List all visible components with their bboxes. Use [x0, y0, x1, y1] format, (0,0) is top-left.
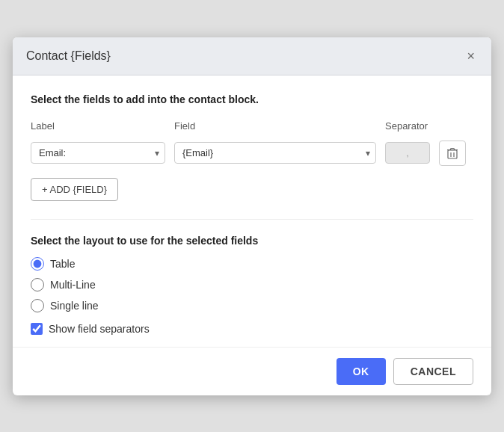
layout-option-table[interactable]: Table	[31, 257, 473, 271]
separator-input[interactable]	[385, 142, 430, 164]
layout-radio-table[interactable]	[31, 257, 44, 271]
ok-button[interactable]: OK	[336, 358, 386, 385]
layout-section-title: Select the layout to use for the selecte…	[31, 235, 473, 247]
add-field-button[interactable]: + ADD {FIELD}	[31, 178, 118, 201]
layout-option-table-label: Table	[50, 258, 75, 270]
trash-icon	[447, 147, 458, 159]
layout-radio-singleline[interactable]	[31, 299, 44, 312]
close-button[interactable]: ×	[464, 48, 478, 64]
field-row: Email: ▾ {Email} ▾	[31, 141, 473, 166]
show-separators-checkbox[interactable]	[31, 323, 43, 335]
svg-rect-0	[448, 150, 457, 158]
show-separators-checkbox-label[interactable]: Show field separators	[31, 323, 473, 335]
field-column-header: Field	[174, 120, 376, 132]
layout-option-multiline-label: Multi-Line	[50, 279, 96, 291]
field-select[interactable]: {Email}	[174, 142, 376, 164]
show-separators-label: Show field separators	[49, 323, 150, 335]
label-select[interactable]: Email:	[31, 142, 165, 164]
layout-option-singleline-label: Single line	[50, 300, 99, 312]
fields-section-title: Select the fields to add into the contac…	[31, 93, 473, 105]
layout-radio-group: Table Multi-Line Single line	[31, 257, 473, 312]
label-column-header: Label	[31, 120, 165, 132]
layout-option-multiline[interactable]: Multi-Line	[31, 278, 473, 291]
dialog-title: Contact {Fields}	[26, 49, 111, 63]
field-select-wrapper[interactable]: {Email} ▾	[174, 142, 376, 164]
dialog-footer: OK CANCEL	[13, 347, 491, 395]
label-select-wrapper[interactable]: Email: ▾	[31, 142, 165, 164]
delete-field-button[interactable]	[439, 141, 466, 166]
layout-option-singleline[interactable]: Single line	[31, 299, 473, 312]
layout-radio-multiline[interactable]	[31, 278, 44, 291]
dialog-body: Select the fields to add into the contac…	[13, 75, 491, 347]
cancel-button[interactable]: CANCEL	[393, 358, 473, 385]
contact-fields-dialog: Contact {Fields} × Select the fields to …	[13, 37, 491, 395]
dialog-header: Contact {Fields} ×	[13, 37, 491, 75]
section-divider	[31, 219, 473, 220]
fields-column-headers: Label Field Separator	[31, 120, 473, 136]
separator-column-header: Separator	[385, 120, 430, 132]
